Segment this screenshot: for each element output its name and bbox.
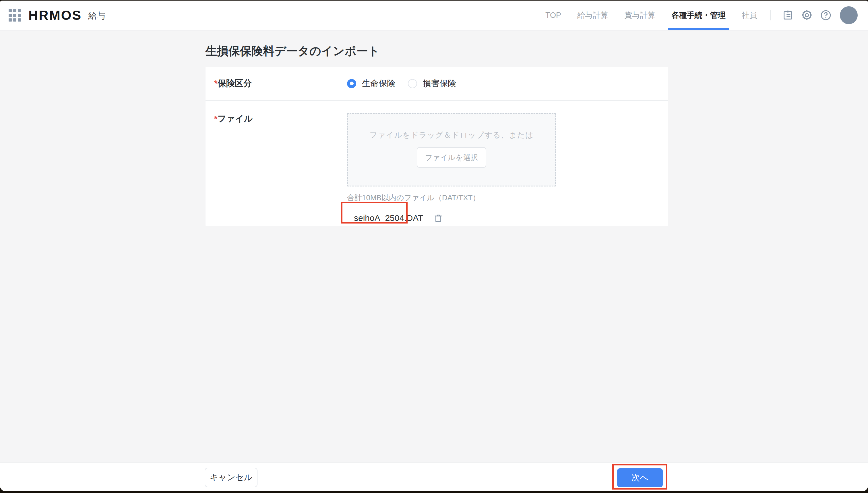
tasks-clipboard-icon[interactable] [778, 6, 797, 25]
footer-action-bar: キャンセル 次へ [0, 463, 868, 491]
file-row: *ファイル ファイルをドラッグ＆ドロップする、または ファイルを選択 合計10M… [206, 101, 668, 227]
radio-life-insurance[interactable] [347, 79, 356, 88]
insurance-type-label: *保険区分 [206, 78, 347, 89]
import-form-card: *保険区分 生命保険 損害保険 *ファイル ファイルをドラッグ＆ドロップする、ま… [206, 67, 668, 226]
radio-option-damage-insurance[interactable]: 損害保険 [408, 78, 456, 89]
navbar-right: TOP 給与計算 賞与計算 各種手続・管理 社員 [537, 1, 858, 30]
nav-tab-employees[interactable]: 社員 [734, 1, 765, 30]
uploaded-file-name: seihoA_2504.DAT [347, 209, 429, 227]
radio-damage-insurance[interactable] [408, 79, 417, 88]
settings-gear-icon[interactable] [797, 6, 816, 25]
radio-label-life-insurance: 生命保険 [362, 78, 395, 89]
next-button[interactable]: 次へ [617, 468, 663, 487]
user-avatar[interactable] [840, 6, 858, 24]
select-file-button[interactable]: ファイルを選択 [417, 147, 486, 168]
radio-option-life-insurance[interactable]: 生命保険 [347, 78, 395, 89]
required-mark: * [214, 114, 218, 123]
nav-links: TOP 給与計算 賞与計算 各種手続・管理 社員 [537, 1, 765, 30]
insurance-type-row: *保険区分 生命保険 損害保険 [206, 67, 668, 101]
file-size-hint: 合計10MB以内のファイル（DAT/TXT） [347, 193, 634, 203]
dropzone-text: ファイルをドラッグ＆ドロップする、または [369, 130, 533, 140]
app-launcher-icon[interactable] [8, 9, 21, 22]
page-title: 生損保保険料データのインポート [206, 43, 380, 59]
file-dropzone[interactable]: ファイルをドラッグ＆ドロップする、または ファイルを選択 [347, 113, 556, 187]
required-mark: * [214, 79, 218, 88]
top-navbar: HRMOS 給与 TOP 給与計算 賞与計算 各種手続・管理 社員 [0, 1, 868, 30]
nav-tab-top[interactable]: TOP [537, 1, 569, 30]
nav-tab-payroll[interactable]: 給与計算 [569, 1, 616, 30]
radio-label-damage-insurance: 損害保険 [423, 78, 456, 89]
file-field: ファイルをドラッグ＆ドロップする、または ファイルを選択 合計10MB以内のファ… [347, 113, 634, 227]
file-label: *ファイル [206, 113, 347, 125]
help-icon[interactable] [816, 6, 835, 25]
nav-tab-bonus[interactable]: 賞与計算 [616, 1, 663, 30]
insurance-type-radio-group: 生命保険 損害保険 [347, 78, 469, 89]
nav-divider [770, 10, 771, 20]
brand-logo[interactable]: HRMOS [28, 7, 82, 23]
app-window: HRMOS 給与 TOP 給与計算 賞与計算 各種手続・管理 社員 [0, 1, 868, 491]
navbar-left: HRMOS 給与 [0, 7, 105, 23]
uploaded-file-row: seihoA_2504.DAT [347, 209, 634, 227]
product-name: 給与 [88, 10, 105, 22]
delete-file-trash-icon[interactable] [433, 213, 443, 223]
cancel-button[interactable]: キャンセル [205, 468, 257, 487]
nav-tab-procedures[interactable]: 各種手続・管理 [663, 1, 734, 30]
